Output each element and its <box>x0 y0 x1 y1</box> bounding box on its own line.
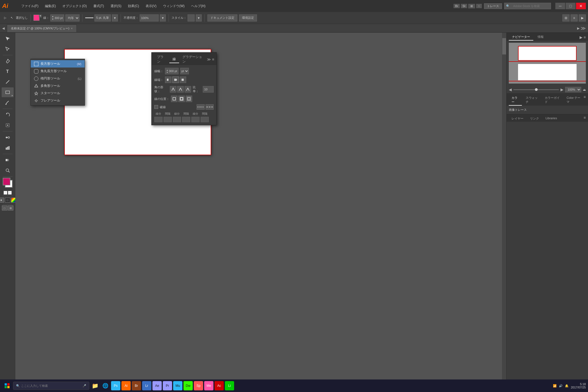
minimize-button[interactable]: ─ <box>555 3 565 9</box>
canvas-area[interactable]: 長方形ツール (M) 角丸長方形ツール 楕円形ツール (L) 多角形ツール <box>15 33 506 392</box>
taskbar-ai-icon[interactable]: Ai <box>121 381 131 390</box>
tab-expand-btn[interactable]: ≫ <box>581 25 586 31</box>
color-panel-menu[interactable]: ≡ <box>584 95 586 106</box>
shape-tool-btn[interactable]: ▶ <box>2 87 14 97</box>
share-btn[interactable]: ↑ <box>476 4 482 8</box>
taskbar-datetime[interactable]: 5:18 2017/07/25 <box>571 382 586 389</box>
start-button[interactable] <box>2 381 12 391</box>
taskbar-me-icon[interactable]: Me <box>204 381 213 390</box>
paintbrush-tool-btn[interactable] <box>2 98 14 108</box>
ellipse-tool-item[interactable]: 楕円形ツール (L) <box>31 75 85 82</box>
zoom-slider-thumb[interactable] <box>535 88 538 91</box>
cap-round-btn[interactable] <box>172 76 179 83</box>
tab-collapse-left[interactable]: ◀ <box>2 26 5 30</box>
weight-down-arrow[interactable]: ▼ <box>52 18 54 20</box>
pen-tool-btn[interactable] <box>2 56 14 66</box>
arrange-btn[interactable]: ⊞ <box>468 4 475 8</box>
menu-window[interactable]: ウィンドウ(W) <box>160 3 187 10</box>
dash-input-5[interactable] <box>191 117 200 122</box>
corner-round-btn[interactable] <box>177 86 184 93</box>
color-theme-tab[interactable]: Color テーマ <box>564 95 584 106</box>
stroke-panel-menu[interactable]: ≡ <box>212 57 214 62</box>
more-options-btn[interactable]: ▶ <box>579 14 586 22</box>
dash-checkbox[interactable] <box>154 105 158 109</box>
selection-tool-btn[interactable] <box>2 34 14 44</box>
layers-tab[interactable]: レイヤー <box>509 115 526 122</box>
polygon-tool-item[interactable]: 多角形ツール <box>31 82 85 90</box>
swap-colors-icon[interactable]: ⇄ <box>8 191 12 195</box>
star-tool-item[interactable]: スターツール <box>31 90 85 97</box>
pos-center-btn[interactable] <box>171 96 177 102</box>
color-tab[interactable]: カラー <box>509 95 522 106</box>
taskbar-dw-icon[interactable]: Dw <box>183 381 193 390</box>
dash-input-2[interactable] <box>164 117 172 122</box>
cap-square-btn[interactable] <box>180 76 186 83</box>
opacity-input[interactable] <box>140 14 159 22</box>
stroke-panel-expand[interactable]: ≫ <box>207 57 211 62</box>
line-tool-btn[interactable] <box>2 77 14 87</box>
taskbar-photoshop-elements[interactable]: Ps <box>111 381 120 390</box>
info-tab[interactable]: 情報 <box>534 34 547 41</box>
nav-collapse-btn[interactable]: ▶ <box>580 35 583 39</box>
stroke-color-swatch[interactable] <box>33 15 39 21</box>
taskbar-mu-icon[interactable]: Mu <box>173 381 182 390</box>
menu-file[interactable]: ファイル(F) <box>19 3 41 10</box>
fill-mode-btn[interactable]: ■ <box>0 198 4 203</box>
taskbar-line-icon[interactable]: Li <box>225 381 234 390</box>
pos-outside-btn[interactable] <box>186 96 192 102</box>
brush-dropdown-arrow[interactable]: ▼ <box>112 14 118 22</box>
dash-input-4[interactable] <box>182 117 190 122</box>
libraries-tab[interactable]: Libraries <box>543 115 560 122</box>
doc-settings-button[interactable]: ドキュメント設定 <box>207 14 237 22</box>
weight-down[interactable]: ▼ <box>166 71 168 73</box>
taskbar-pr-icon[interactable]: Pr <box>163 381 172 390</box>
weight-up-arrow[interactable]: ▲ <box>52 15 54 18</box>
rounded-rect-tool-item[interactable]: 角丸長方形ツール <box>31 68 85 75</box>
swatches-tab[interactable]: スウォッチ <box>523 95 541 106</box>
taskbar-lightroom-icon[interactable]: Lr <box>142 381 151 390</box>
tab-collapse-right[interactable]: ▶ <box>577 26 580 30</box>
cap-butt-btn[interactable] <box>165 76 171 83</box>
direct-selection-tool-btn[interactable] <box>2 44 14 54</box>
maximize-button[interactable]: □ <box>566 3 575 9</box>
normal-view-btn[interactable]: □ <box>2 206 7 210</box>
zoom-out-btn[interactable]: ◀ <box>509 87 512 92</box>
stroke-color-arrow[interactable]: ▼ <box>39 15 42 17</box>
stroke-tab-plan[interactable]: プラン <box>154 54 169 65</box>
menu-help[interactable]: ヘルプ(H) <box>188 3 208 10</box>
none-icon[interactable]: ⊘ <box>4 191 7 195</box>
ratio-input[interactable] <box>203 86 214 93</box>
dash-style-1[interactable] <box>197 104 205 110</box>
stock-btn[interactable]: St <box>461 4 467 8</box>
menu-effect[interactable]: 効果(C) <box>125 3 142 10</box>
grid-view-btn[interactable]: ⊞ <box>562 14 569 22</box>
search-input[interactable] <box>511 4 549 8</box>
color-guide-tab[interactable]: カラーガイド <box>542 95 563 106</box>
layers-panel-menu[interactable]: ≡ <box>584 115 586 122</box>
taskbar-sp-icon[interactable]: Sp <box>194 381 203 390</box>
fg-color-swatch[interactable] <box>3 178 10 185</box>
stroke-type-select[interactable]: 均等 <box>65 14 79 22</box>
stroke-weight-control[interactable]: ▲ ▼ 300 pt <box>50 14 64 22</box>
weight-up[interactable]: ▲ <box>166 69 168 71</box>
opacity-dropdown-arrow[interactable]: ▼ <box>160 14 166 22</box>
dash-input-1[interactable] <box>154 117 163 122</box>
taskbar-acro-icon[interactable]: Ac <box>215 381 224 390</box>
column-graph-tool-btn[interactable] <box>2 143 14 153</box>
select-tool-icon[interactable]: ▷ <box>2 15 8 21</box>
stroke-mode-btn[interactable]: □ <box>5 198 10 203</box>
close-button[interactable]: ✕ <box>576 3 586 9</box>
zoom-select[interactable]: 100% <box>565 87 581 92</box>
zoom-in-btn[interactable]: ▶ <box>561 87 564 92</box>
blend-tool-btn[interactable] <box>2 133 14 142</box>
corner-miter-btn[interactable] <box>170 86 176 93</box>
taskbar-volume-icon[interactable]: 🔊 <box>559 384 563 388</box>
taskbar-ae-icon[interactable]: Ae <box>152 381 162 390</box>
weight-spinners[interactable]: ▲ ▼ <box>52 15 54 20</box>
stroke-tab-line[interactable]: 線 <box>169 56 179 63</box>
tab-close-icon[interactable]: × <box>71 27 73 30</box>
env-settings-button[interactable]: 環境設定 <box>239 14 257 22</box>
corner-bevel-btn[interactable] <box>185 86 191 93</box>
taskbar-mic-icon[interactable]: 🎤 <box>82 384 86 388</box>
style-swatch[interactable] <box>188 14 195 22</box>
